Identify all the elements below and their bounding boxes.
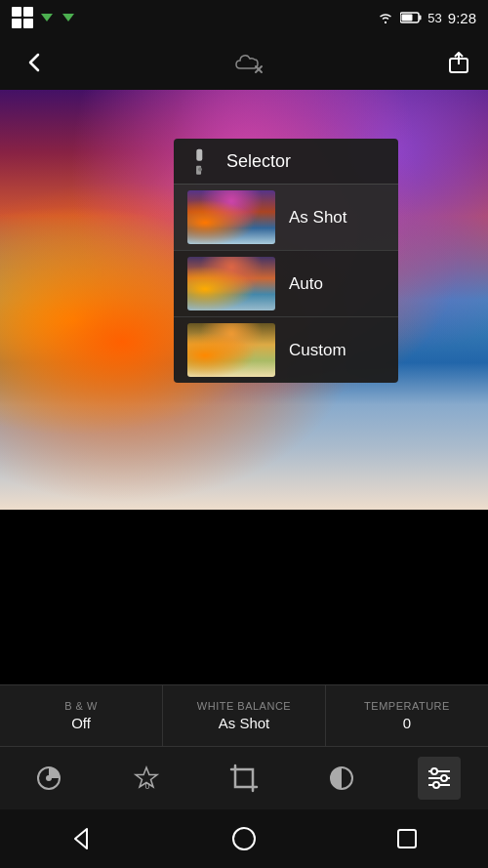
svg-marker-0: [41, 14, 53, 21]
custom-label: Custom: [289, 341, 346, 360]
custom-option[interactable]: Custom: [174, 317, 398, 383]
bw-value: Off: [71, 715, 91, 731]
exposure-icon: [34, 764, 63, 793]
auto-thumbnail: [187, 257, 275, 310]
back-arrow-icon: [23, 51, 47, 74]
as-shot-thumbnail: [187, 190, 275, 244]
info-bar: B & W Off WHITE BALANCE As Shot TEMPERAT…: [0, 684, 488, 747]
white-balance-section: WHITE BALANCE As Shot: [163, 685, 326, 746]
home-nav-icon: [230, 825, 258, 852]
star-tool[interactable]: 0: [125, 757, 168, 800]
custom-thumbnail: [187, 323, 275, 377]
back-nav-button[interactable]: [67, 825, 95, 852]
selector-label: Selector: [226, 151, 291, 172]
svg-point-22: [433, 782, 439, 788]
as-shot-label: As Shot: [289, 208, 347, 227]
bw-section: B & W Off: [0, 685, 163, 746]
svg-rect-3: [420, 16, 422, 21]
back-nav-icon: [67, 825, 95, 852]
auto-option[interactable]: Auto: [174, 251, 398, 317]
wifi-icon: [377, 11, 394, 24]
white-balance-value: As Shot: [219, 715, 270, 731]
bw-label: B & W: [64, 700, 98, 712]
battery-percent: 53: [427, 11, 441, 25]
white-balance-label: WHITE BALANCE: [197, 700, 291, 712]
battery-icon: [400, 12, 422, 23]
crop-icon: [229, 764, 259, 793]
auto-label: Auto: [289, 274, 323, 294]
status-right: 53 9:28: [377, 10, 476, 26]
tone-icon: [327, 764, 356, 793]
app-icon: [12, 7, 33, 28]
tool-bar: 0: [0, 747, 488, 809]
svg-point-20: [431, 768, 437, 774]
white-balance-dropdown: Selector As Shot Auto Custom: [174, 139, 398, 383]
star-icon: 0: [132, 764, 161, 793]
temperature-value: 0: [403, 715, 411, 731]
bottom-area: B & W Off WHITE BALANCE As Shot TEMPERAT…: [0, 684, 488, 868]
dropdown-header: Selector: [174, 139, 398, 185]
recent-nav-button[interactable]: [393, 825, 421, 852]
share-button[interactable]: [445, 49, 472, 76]
svg-rect-25: [398, 830, 416, 847]
svg-rect-4: [402, 15, 413, 21]
eyedropper-icon: [183, 144, 219, 180]
svg-point-21: [441, 775, 447, 781]
svg-point-13: [46, 775, 52, 781]
svg-marker-1: [62, 14, 74, 21]
sliders-tool[interactable]: [418, 757, 461, 800]
svg-rect-9: [196, 149, 202, 161]
share-icon: [445, 49, 472, 76]
tone-tool[interactable]: [320, 757, 363, 800]
status-left: [12, 7, 76, 28]
arrow-down-icon-2: [61, 10, 76, 25]
status-bar: 53 9:28: [0, 0, 488, 35]
home-nav-button[interactable]: [230, 825, 258, 852]
top-toolbar: [0, 35, 488, 90]
temperature-section: TEMPERATURE 0: [326, 685, 488, 746]
cloud-error-icon: [234, 51, 265, 74]
status-time: 9:28: [448, 10, 476, 26]
back-button[interactable]: [16, 43, 55, 82]
temperature-label: TEMPERATURE: [364, 700, 450, 712]
svg-marker-23: [75, 829, 87, 848]
recent-nav-icon: [393, 825, 421, 852]
crop-tool[interactable]: [223, 757, 265, 800]
svg-point-24: [233, 828, 255, 849]
as-shot-option[interactable]: As Shot: [174, 185, 398, 251]
sliders-icon: [425, 764, 454, 793]
exposure-tool[interactable]: [27, 757, 70, 800]
svg-text:0: 0: [144, 781, 149, 791]
nav-bar: [0, 809, 488, 868]
main-image: Selector As Shot Auto Custom: [0, 90, 488, 510]
arrow-down-icon-1: [39, 10, 55, 25]
